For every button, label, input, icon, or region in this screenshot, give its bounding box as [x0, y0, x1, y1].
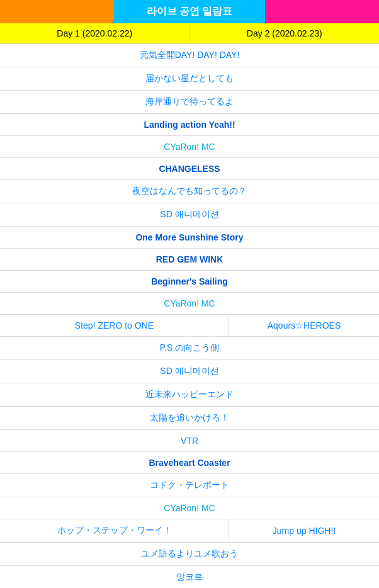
- setlist-cell: 太陽を追いかけろ！: [0, 407, 379, 430]
- setlist-cell: P.S.の向こう側: [0, 337, 379, 360]
- setlist-cell: Landing action Yeah!!: [0, 114, 379, 136]
- setlist-cell: Beginner's Sailing: [0, 271, 379, 293]
- setlist-row: CYaRon! MC: [0, 136, 379, 158]
- setlist-cell: One More Sunshine Story: [0, 227, 379, 249]
- setlist-row: コドク・テレポート: [0, 474, 379, 497]
- setlist-table: 元気全開DAY! DAY! DAY!届かない星だとしても海岸通りで待ってるよLa…: [0, 44, 379, 588]
- setlist-row: 太陽を追いかけろ！: [0, 407, 379, 430]
- setlist-row: Landing action Yeah!!: [0, 114, 379, 136]
- setlist-row: VTR: [0, 430, 379, 452]
- setlist-cell: 앙코르: [0, 566, 379, 589]
- setlist-row: CYaRon! MC: [0, 293, 379, 315]
- setlist-row: SD 애니메이션: [0, 203, 379, 227]
- setlist-row: P.S.の向こう側: [0, 337, 379, 360]
- setlist-row: One More Sunshine Story: [0, 227, 379, 249]
- setlist-row: SD 애니메이션: [0, 360, 379, 383]
- setlist-row: ユメ語るよりユメ歌おう: [0, 543, 379, 566]
- setlist-cell: RED GEM WINK: [0, 249, 379, 271]
- setlist-row: 近未来ハッピーエンド: [0, 383, 379, 407]
- setlist-cell: SD 애니메이션: [0, 360, 379, 383]
- day1-label: Day 1 (2020.02.22): [0, 23, 190, 43]
- setlist-row: 앙코르: [0, 566, 379, 589]
- day-header: Day 1 (2020.02.22) Day 2 (2020.02.23): [0, 23, 379, 44]
- day2-label: Day 2 (2020.02.23): [190, 23, 380, 43]
- setlist-row: 海岸通りで待ってるよ: [0, 91, 379, 114]
- setlist-cell: SD 애니메이션: [0, 203, 379, 227]
- setlist-cell: ユメ語るよりユメ歌おう: [0, 543, 379, 566]
- setlist-cell: CYaRon! MC: [0, 293, 379, 315]
- setlist-cell: 海岸通りで待ってるよ: [0, 91, 379, 114]
- setlist-cell-left: ホップ・ステップ・ワーイ！: [0, 519, 229, 543]
- setlist-row: 届かない星だとしても: [0, 67, 379, 91]
- setlist-cell-right: Jump up HIGH!!: [229, 519, 380, 543]
- setlist-cell: 夜空はなんでも知ってるの？: [0, 180, 379, 203]
- setlist-row: ホップ・ステップ・ワーイ！Jump up HIGH!!: [0, 519, 379, 543]
- setlist-cell: CHANGELESS: [0, 158, 379, 180]
- setlist-row: Braveheart Coaster: [0, 452, 379, 474]
- setlist-cell: 元気全開DAY! DAY! DAY!: [0, 44, 379, 67]
- setlist-cell: Braveheart Coaster: [0, 452, 379, 474]
- setlist-row: CYaRon! MC: [0, 497, 379, 519]
- setlist-row: 元気全開DAY! DAY! DAY!: [0, 44, 379, 67]
- setlist-cell: VTR: [0, 430, 379, 452]
- setlist-cell-left: Step! ZERO to ONE: [0, 315, 229, 337]
- setlist-cell: コドク・テレポート: [0, 474, 379, 497]
- setlist-row: Step! ZERO to ONEAqours☆HEROES: [0, 315, 379, 337]
- setlist-row: CHANGELESS: [0, 158, 379, 180]
- setlist-cell: CYaRon! MC: [0, 136, 379, 158]
- setlist-cell: 届かない星だとしても: [0, 67, 379, 91]
- setlist-cell: 近未来ハッピーエンド: [0, 383, 379, 407]
- setlist-row: RED GEM WINK: [0, 249, 379, 271]
- setlist-cell-right: Aqours☆HEROES: [229, 315, 380, 337]
- setlist-cell: CYaRon! MC: [0, 497, 379, 519]
- setlist-row: Beginner's Sailing: [0, 271, 379, 293]
- setlist-row: 夜空はなんでも知ってるの？: [0, 180, 379, 203]
- header-title: 라이브 공연 일람표: [0, 0, 379, 23]
